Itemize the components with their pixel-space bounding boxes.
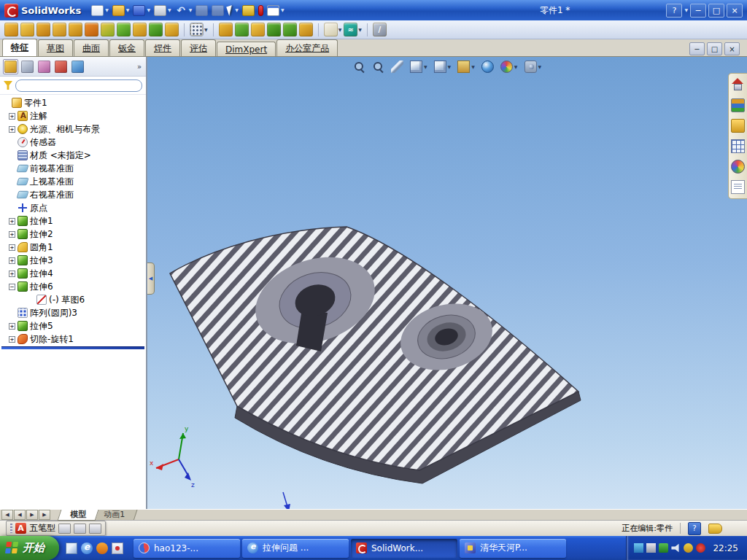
zoom-to-area-button[interactable] xyxy=(372,61,384,73)
tree-item-extrude4[interactable]: +拉伸4 xyxy=(0,267,146,280)
select-button[interactable]: ▼ xyxy=(228,6,239,15)
media-player-button[interactable] xyxy=(96,542,108,554)
tab-scroll-button-3[interactable]: ▶ xyxy=(26,510,38,520)
save-button[interactable]: ▼ xyxy=(133,5,150,16)
solidworks-resources-button[interactable] xyxy=(731,78,745,92)
show-desktop-button[interactable] xyxy=(66,542,77,554)
tree-item-part-root[interactable]: 零件1 xyxy=(0,96,146,109)
tree-item-circular-pattern3[interactable]: 阵列(圆周)3 xyxy=(0,306,146,319)
ime-grip-icon[interactable] xyxy=(10,524,12,533)
tab-dimxpert[interactable]: DimXpert xyxy=(217,42,276,56)
design-library-button[interactable] xyxy=(731,98,745,112)
tab-model[interactable]: 模型 xyxy=(58,510,99,521)
displaymanager-tab[interactable] xyxy=(70,59,85,74)
tree-item-right-plane[interactable]: 右视基准面 xyxy=(0,188,146,201)
feature-tool-6-button[interactable] xyxy=(85,23,98,36)
graphics-area[interactable]: x y z ▼▼▼▼▼ ◀ xyxy=(147,57,747,509)
expand-toggle[interactable]: + xyxy=(9,218,15,225)
model-part1[interactable]: x y z xyxy=(147,57,747,509)
tab-features[interactable]: 特征 xyxy=(2,39,37,56)
tree-item-extrude5[interactable]: +拉伸5 xyxy=(0,319,146,332)
feature-tool-16-button[interactable] xyxy=(283,23,297,36)
overflow-chevron[interactable]: » xyxy=(137,63,143,71)
tree-item-sketch6[interactable]: (-) 草图6 xyxy=(0,293,146,306)
internet-explorer-button[interactable] xyxy=(81,542,93,554)
shield-icon[interactable] xyxy=(659,543,668,553)
expand-toggle[interactable]: + xyxy=(9,244,15,251)
status-help-button[interactable]: ? xyxy=(688,522,701,535)
paste-button[interactable] xyxy=(212,5,224,16)
tree-item-fillet1[interactable]: +圆角1 xyxy=(0,241,146,254)
view-settings-button[interactable]: ▼ xyxy=(524,61,541,73)
tree-item-origin[interactable]: 原点 xyxy=(0,201,146,214)
feature-tool-18-button[interactable]: ▼ xyxy=(324,23,342,36)
view-orientation-button[interactable]: ▼ xyxy=(410,61,427,73)
tab-evaluate[interactable]: 评估 xyxy=(181,39,216,56)
ime-bar[interactable]: A 五笔型 xyxy=(6,521,106,536)
color-swatch-button[interactable] xyxy=(258,5,263,16)
mail-button[interactable] xyxy=(112,542,123,554)
tab-sheet-metal[interactable]: 钣金 xyxy=(109,39,144,56)
expand-toggle[interactable]: + xyxy=(9,323,15,330)
speaker-icon[interactable] xyxy=(671,543,681,553)
copy-button[interactable] xyxy=(196,5,208,16)
apply-scene-button[interactable]: ▼ xyxy=(500,61,518,73)
ime-indicator-icon[interactable]: A xyxy=(15,523,26,534)
feature-tool-10-button[interactable] xyxy=(149,23,163,36)
ime-icon[interactable] xyxy=(646,543,656,553)
panel-collapse-arrow[interactable]: ◀ xyxy=(147,262,155,295)
tab-scroll-button-4[interactable]: ▶ xyxy=(39,510,50,520)
feature-tool-17-button[interactable] xyxy=(299,23,313,36)
open-document-button[interactable]: ▼ xyxy=(112,5,130,16)
tree-filter-input[interactable] xyxy=(15,79,142,92)
tab-scroll-button-1[interactable]: ◀ xyxy=(1,510,13,520)
expand-toggle[interactable]: + xyxy=(9,231,15,238)
feature-tool-2-button[interactable] xyxy=(20,23,34,36)
task-button-lashen-wenti[interactable]: 拉伸问题 ... xyxy=(242,539,349,558)
propertymanager-tab[interactable] xyxy=(20,59,35,74)
custom-properties-button[interactable] xyxy=(731,180,745,194)
options-button[interactable]: ▼ xyxy=(267,5,285,16)
appearances-scenes-button[interactable] xyxy=(731,160,745,174)
zoom-to-fit-button[interactable] xyxy=(353,61,365,73)
task-button-hao123[interactable]: hao123-... xyxy=(133,539,240,558)
tree-item-top-plane[interactable]: 上视基准面 xyxy=(0,175,146,188)
tab-sketch[interactable]: 草图 xyxy=(38,39,73,56)
feature-tool-15-button[interactable] xyxy=(267,23,281,36)
expand-toggle[interactable]: − xyxy=(9,284,15,290)
help-caret-icon[interactable]: ▼ xyxy=(684,8,688,12)
undo-button[interactable]: ↶▼ xyxy=(175,5,193,16)
close-button[interactable]: × xyxy=(727,4,743,18)
feature-tool-12-button[interactable] xyxy=(219,23,233,36)
tree-item-extrude6[interactable]: −拉伸6 xyxy=(0,280,146,293)
ime-keyboard-icon[interactable] xyxy=(58,524,71,534)
ime-softkeyboard-icon[interactable] xyxy=(89,524,101,534)
tree-item-extrude3[interactable]: +拉伸3 xyxy=(0,254,146,267)
doc-restore-button[interactable]: □ xyxy=(707,42,722,55)
tree-item-sensors[interactable]: 传感器 xyxy=(0,136,146,149)
task-button-solidworks[interactable]: SolidWork... xyxy=(351,539,457,558)
new-document-button[interactable]: ▼ xyxy=(91,5,109,16)
configurationmanager-tab[interactable] xyxy=(36,59,52,74)
tree-item-front-plane[interactable]: 前视基准面 xyxy=(0,162,146,175)
feature-tool-11-button[interactable] xyxy=(165,23,179,36)
doc-minimize-button[interactable]: − xyxy=(689,42,705,55)
view-palette-button[interactable] xyxy=(731,139,745,153)
tree-item-material[interactable]: 材质 <未指定> xyxy=(0,149,146,162)
quick-tips-icon[interactable] xyxy=(708,524,722,534)
file-explorer-button[interactable] xyxy=(731,119,745,133)
feature-tool-pencil-button[interactable]: / xyxy=(373,23,387,36)
expand-toggle[interactable]: + xyxy=(9,126,15,133)
feature-tool-spline-button[interactable]: ≈▼ xyxy=(344,23,362,36)
start-button[interactable]: 开始 xyxy=(0,536,59,560)
expand-toggle[interactable]: + xyxy=(9,113,15,120)
tab-weldments[interactable]: 焊件 xyxy=(145,39,180,56)
tree-item-annotations[interactable]: +注解 xyxy=(0,109,146,122)
tree-item-lights-cameras-scene[interactable]: +光源、相机与布景 xyxy=(0,122,146,136)
measure-button[interactable] xyxy=(242,5,255,16)
feature-tool-9-button[interactable] xyxy=(133,23,147,36)
rollback-bar[interactable] xyxy=(1,346,144,349)
feature-tool-14-button[interactable] xyxy=(251,23,265,36)
feature-tool-3-button[interactable] xyxy=(36,23,50,36)
tab-surfaces[interactable]: 曲面 xyxy=(74,39,109,56)
